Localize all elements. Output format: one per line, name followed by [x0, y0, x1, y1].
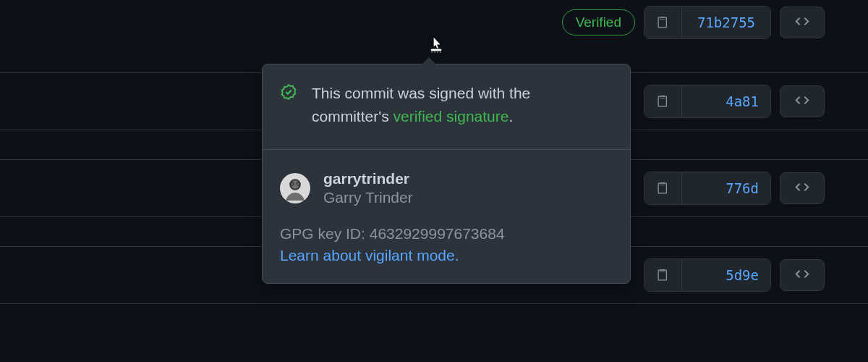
copy-sha-button[interactable]: [644, 172, 682, 204]
vigilant-mode-link[interactable]: Learn about vigilant mode.: [280, 247, 459, 264]
commit-sha-link[interactable]: 5d9e: [682, 259, 770, 291]
verified-popover: This commit was signed with the committe…: [262, 64, 631, 284]
popover-header: This commit was signed with the committe…: [263, 64, 630, 150]
sha-button-group: 4a81: [644, 85, 771, 118]
clipboard-icon: [656, 15, 671, 30]
clipboard-icon: [656, 94, 671, 109]
sha-button-group: 71b2755: [644, 6, 771, 39]
signer-fullname: Garry Trinder: [323, 189, 413, 206]
gpg-key-id: 4632929997673684: [370, 225, 505, 242]
popover-body: garrytrinder Garry Trinder GPG key ID: 4…: [263, 150, 630, 283]
gpg-key-line: GPG key ID: 4632929997673684: [280, 225, 613, 243]
browse-code-button[interactable]: [780, 259, 825, 291]
clipboard-icon: [656, 181, 671, 195]
signer-username[interactable]: garrytrinder: [323, 170, 413, 188]
commit-sha-link[interactable]: 776d: [682, 172, 770, 204]
code-icon: [793, 14, 811, 31]
code-icon: [793, 180, 811, 197]
sha-button-group: 776d: [644, 172, 771, 205]
verified-seal-icon: [280, 83, 297, 104]
verified-signature-text: verified signature: [393, 108, 509, 125]
code-icon: [793, 266, 811, 284]
verified-badge[interactable]: Verified: [562, 9, 635, 35]
avatar-image: [280, 173, 310, 203]
commit-sha-link[interactable]: 71b2755: [682, 7, 770, 38]
signer-info: garrytrinder Garry Trinder: [323, 170, 413, 206]
browse-code-button[interactable]: [780, 85, 825, 117]
popover-header-text: This commit was signed with the committe…: [312, 82, 610, 127]
sha-button-group: 5d9e: [644, 258, 771, 292]
signer-row: garrytrinder Garry Trinder: [280, 170, 613, 206]
avatar[interactable]: [280, 173, 310, 203]
clipboard-icon: [656, 268, 671, 282]
commit-sha-link[interactable]: 4a81: [682, 85, 770, 117]
copy-sha-button[interactable]: [644, 85, 682, 117]
code-icon: [793, 93, 811, 110]
copy-sha-button[interactable]: [644, 259, 682, 291]
gpg-label: GPG key ID:: [280, 225, 370, 242]
copy-sha-button[interactable]: [644, 7, 682, 38]
browse-code-button[interactable]: [780, 7, 825, 38]
browse-code-button[interactable]: [780, 172, 825, 204]
popover-text-suffix: .: [509, 108, 513, 125]
svg-point-1: [289, 179, 301, 190]
